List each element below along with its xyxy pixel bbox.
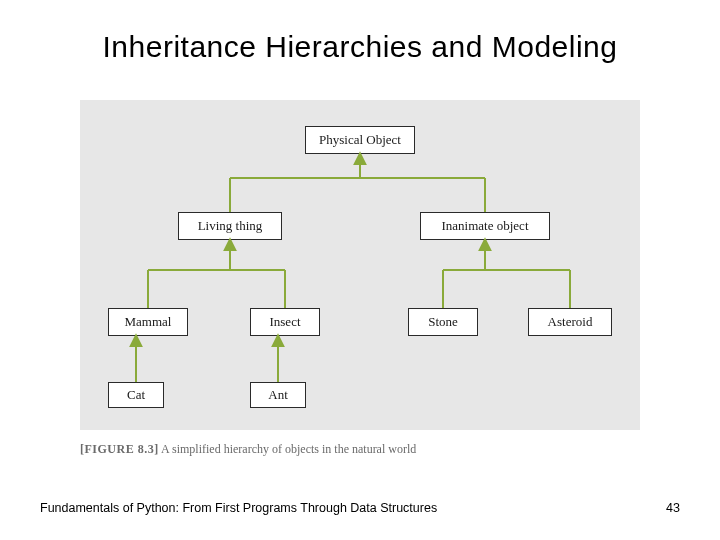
node-insect: Insect [250,308,320,336]
node-ant: Ant [250,382,306,408]
node-living-thing: Living thing [178,212,282,240]
node-mammal: Mammal [108,308,188,336]
footer-text: Fundamentals of Python: From First Progr… [40,501,437,515]
node-asteroid: Asteroid [528,308,612,336]
hierarchy-diagram: Physical Object Living thing Inanimate o… [80,100,640,430]
slide-title: Inheritance Hierarchies and Modeling [0,30,720,64]
figure-caption-text: A simplified hierarchy of objects in the… [161,442,416,456]
figure-caption: [FIGURE 8.3] A simplified hierarchy of o… [80,442,416,457]
figure-label: [FIGURE 8.3] [80,442,159,456]
node-inanimate-object: Inanimate object [420,212,550,240]
node-cat: Cat [108,382,164,408]
diagram-panel: Physical Object Living thing Inanimate o… [80,100,640,430]
slide: Inheritance Hierarchies and Modeling Phy… [0,0,720,540]
page-number: 43 [666,501,680,515]
node-physical-object: Physical Object [305,126,415,154]
node-stone: Stone [408,308,478,336]
